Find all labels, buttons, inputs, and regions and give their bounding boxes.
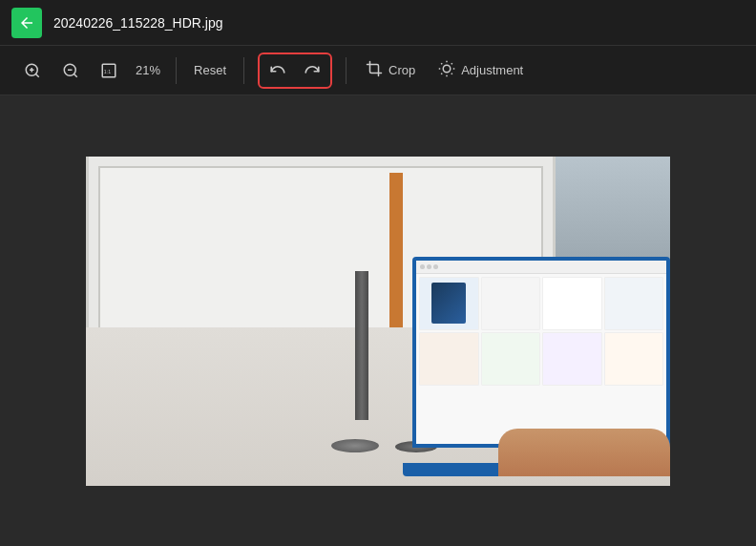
zoom-fit-button[interactable]: 1:1 xyxy=(92,53,126,88)
title-bar: 20240226_115228_HDR.jpg xyxy=(0,0,756,46)
redo-button[interactable] xyxy=(296,56,328,85)
browser-dot-1 xyxy=(420,264,425,269)
file-name: 20240226_115228_HDR.jpg xyxy=(53,15,222,31)
zoom-in-button[interactable] xyxy=(15,53,50,88)
svg-line-13 xyxy=(452,73,452,74)
svg-point-9 xyxy=(443,65,451,73)
product-card-6 xyxy=(481,332,541,386)
svg-line-12 xyxy=(441,63,442,64)
product-card-7 xyxy=(542,332,602,386)
back-button[interactable] xyxy=(11,8,42,38)
zoom-in-icon xyxy=(24,62,41,79)
svg-line-1 xyxy=(35,74,38,76)
back-icon xyxy=(18,14,35,32)
main-canvas xyxy=(0,95,756,546)
product-card-2 xyxy=(481,277,541,330)
website-content xyxy=(416,274,666,444)
hand xyxy=(498,429,670,476)
website-browser-bar xyxy=(416,261,666,274)
browser-dot-3 xyxy=(433,264,438,269)
adjustment-svg-icon xyxy=(438,60,455,77)
product-card-3 xyxy=(542,277,602,330)
laptop xyxy=(403,257,670,476)
zoom-fit-icon: 1:1 xyxy=(100,62,117,79)
undo-redo-group xyxy=(258,52,332,89)
svg-line-16 xyxy=(441,73,442,74)
laptop-screen xyxy=(412,257,670,448)
reset-button[interactable]: Reset xyxy=(186,59,234,81)
undo-icon xyxy=(269,62,286,79)
zoom-out-icon xyxy=(62,62,79,79)
zoom-level-display: 21% xyxy=(130,63,166,77)
product-card-8 xyxy=(604,332,664,386)
divider-3 xyxy=(346,57,346,84)
undo-button[interactable] xyxy=(262,56,294,85)
crop-icon xyxy=(366,60,383,81)
svg-text:1:1: 1:1 xyxy=(104,69,111,74)
redo-icon xyxy=(304,62,321,79)
adjustment-label: Adjustment xyxy=(461,63,523,77)
toolbar: 1:1 21% Reset Crop xyxy=(0,46,756,95)
crop-label: Crop xyxy=(388,63,415,77)
divider-2 xyxy=(243,57,244,84)
adjustment-icon xyxy=(438,60,455,81)
product-card-5 xyxy=(419,332,479,386)
image-display xyxy=(86,157,670,486)
adjustment-button[interactable]: Adjustment xyxy=(429,54,533,87)
svg-line-17 xyxy=(452,63,452,64)
product-card-1 xyxy=(419,277,479,330)
round-disk-1 xyxy=(331,439,379,452)
svg-line-5 xyxy=(74,74,76,76)
divider-1 xyxy=(176,57,177,84)
crop-button[interactable]: Crop xyxy=(356,54,425,87)
crop-svg-icon xyxy=(366,60,383,77)
phone-image xyxy=(431,283,466,324)
dark-post xyxy=(355,271,368,419)
browser-dot-2 xyxy=(427,264,431,269)
photo xyxy=(86,157,670,486)
laptop-screen-inner xyxy=(416,261,666,444)
zoom-out-button[interactable] xyxy=(53,53,88,88)
product-card-4 xyxy=(604,277,664,330)
